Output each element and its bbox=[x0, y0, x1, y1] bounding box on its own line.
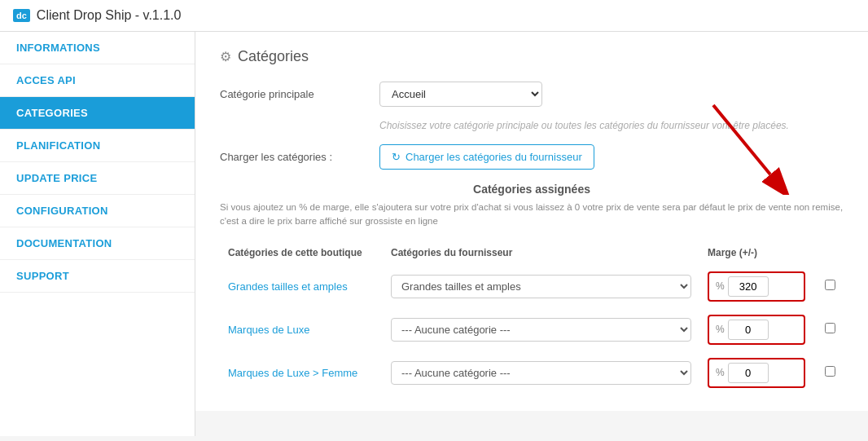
col-marge-header: Marge (+/-) bbox=[699, 240, 813, 265]
sidebar-item-documentation[interactable]: DOCUMENTATION bbox=[0, 227, 195, 260]
sidebar-item-planification[interactable]: PLANIFICATION bbox=[0, 130, 195, 162]
main-wrapper: ⚙ Catégories Catégorie principale Accuei… bbox=[195, 32, 868, 436]
sidebar-item-categories[interactable]: CATEGORIES bbox=[0, 97, 195, 130]
marge-percent-2: % bbox=[716, 324, 725, 335]
sidebar: INFORMATIONS ACCES API CATEGORIES PLANIF… bbox=[0, 32, 195, 436]
table-row: Grandes tailles et amples Grandes taille… bbox=[220, 265, 844, 308]
table-row: Marques de Luxe > Femme Grandes tailles … bbox=[220, 351, 844, 395]
table-row: Marques de Luxe Grandes tailles et ample… bbox=[220, 308, 844, 351]
shop-category-3: Marques de Luxe > Femme bbox=[220, 351, 383, 395]
categorie-principale-label: Catégorie principale bbox=[220, 88, 366, 100]
page-title-text: Catégories bbox=[238, 48, 309, 65]
charger-categories-row: Charger les catégories : ↻ Charger les c… bbox=[220, 144, 844, 170]
marge-checkbox-3[interactable] bbox=[825, 366, 835, 377]
sidebar-item-support[interactable]: SUPPORT bbox=[0, 260, 195, 293]
shop-category-1: Grandes tailles et amples bbox=[220, 265, 383, 308]
col-shop-header: Catégories de cette boutique bbox=[220, 240, 383, 265]
page-title: ⚙ Catégories bbox=[220, 48, 844, 65]
supplier-category-cell-3: Grandes tailles et amples --- Aucune cat… bbox=[383, 351, 699, 395]
shop-category-2: Marques de Luxe bbox=[220, 308, 383, 351]
supplier-category-cell-1: Grandes tailles et amples --- Aucune cat… bbox=[383, 265, 699, 308]
marge-checkbox-cell-2 bbox=[813, 308, 844, 351]
charger-label: Charger les catégories : bbox=[220, 151, 366, 163]
marge-input-2[interactable]: 0 bbox=[728, 320, 769, 340]
col-checkbox-header bbox=[813, 240, 844, 265]
gear-icon: ⚙ bbox=[220, 49, 231, 64]
marge-col-1: % 320 bbox=[708, 271, 805, 302]
sidebar-item-informations[interactable]: INFORMATIONS bbox=[0, 32, 195, 64]
marge-percent-1: % bbox=[716, 280, 725, 292]
marge-cell-1: % 320 bbox=[699, 265, 813, 308]
app-header: dc Client Drop Ship - v.1.1.0 bbox=[0, 0, 868, 32]
categorie-hint: Choisissez votre catégorie principale ou… bbox=[379, 120, 844, 131]
marge-checkbox-cell-1 bbox=[813, 265, 844, 308]
supplier-category-select-1[interactable]: Grandes tailles et amples --- Aucune cat… bbox=[391, 275, 691, 298]
marge-cell-3: % 0 bbox=[699, 351, 813, 395]
marge-cell-2: % 0 bbox=[699, 308, 813, 351]
sidebar-item-configuration[interactable]: CONFIGURATION bbox=[0, 195, 195, 227]
marge-checkbox-cell-3 bbox=[813, 351, 844, 395]
main-layout: INFORMATIONS ACCES API CATEGORIES PLANIF… bbox=[0, 32, 868, 436]
assigned-title: Catégories assignées bbox=[220, 183, 844, 196]
supplier-category-cell-2: Grandes tailles et amples --- Aucune cat… bbox=[383, 308, 699, 351]
app-logo: dc bbox=[13, 9, 30, 22]
categories-table: Catégories de cette boutique Catégories … bbox=[220, 240, 844, 395]
marge-percent-3: % bbox=[716, 367, 725, 378]
marge-col-3: % 0 bbox=[708, 358, 805, 388]
refresh-icon: ↻ bbox=[392, 151, 401, 163]
sidebar-item-acces-api[interactable]: ACCES API bbox=[0, 64, 195, 97]
app-title: Client Drop Ship - v.1.1.0 bbox=[37, 8, 182, 23]
categorie-principale-row: Catégorie principale Accueil bbox=[220, 82, 844, 107]
table-header-row: Catégories de cette boutique Catégories … bbox=[220, 240, 844, 265]
info-text: Si vous ajoutez un % de marge, elle s'aj… bbox=[220, 201, 844, 229]
charger-btn-label: Charger les catégories du fournisseur bbox=[406, 151, 582, 163]
charger-categories-button[interactable]: ↻ Charger les catégories du fournisseur bbox=[379, 144, 594, 170]
sidebar-item-update-price[interactable]: UPDATE PRICE bbox=[0, 162, 195, 195]
marge-col-2: % 0 bbox=[708, 315, 805, 345]
marge-input-3[interactable]: 0 bbox=[728, 363, 769, 383]
categorie-principale-select[interactable]: Accueil bbox=[379, 82, 542, 107]
marge-checkbox-1[interactable] bbox=[825, 280, 835, 290]
supplier-category-select-3[interactable]: Grandes tailles et amples --- Aucune cat… bbox=[391, 361, 691, 385]
col-supplier-header: Catégories du fournisseur bbox=[383, 240, 699, 265]
marge-checkbox-2[interactable] bbox=[825, 323, 835, 333]
supplier-category-select-2[interactable]: Grandes tailles et amples --- Aucune cat… bbox=[391, 318, 691, 342]
main-content: ⚙ Catégories Catégorie principale Accuei… bbox=[195, 32, 868, 411]
marge-input-1[interactable]: 320 bbox=[728, 276, 769, 297]
